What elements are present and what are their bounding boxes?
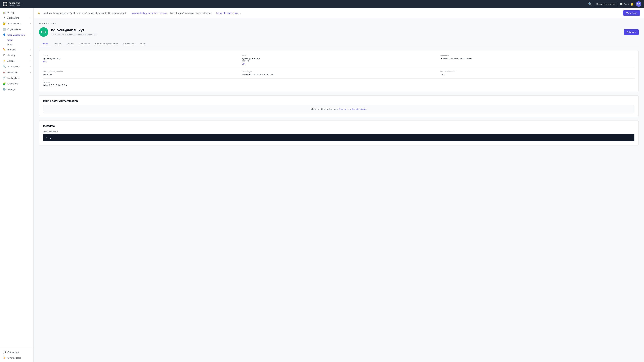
tab-raw-json[interactable]: Raw JSON bbox=[76, 41, 92, 47]
enrollment-invitation-link[interactable]: Send an enrollment invitation bbox=[339, 108, 367, 110]
sidebar-item-label: Monitoring bbox=[8, 71, 18, 73]
primary-idp-label: Primary Identity Provider bbox=[43, 70, 238, 72]
avatar[interactable]: BG bbox=[636, 1, 641, 7]
sidebar-item-organizations[interactable]: 🏢 Organizations bbox=[0, 26, 33, 32]
mfa-text: MFA is enabled for this user. bbox=[310, 108, 338, 110]
sidebar-item-auth-pipeline[interactable]: 🔧 Auth Pipeline › bbox=[0, 64, 33, 69]
metadata-code-block: 1 { bbox=[43, 134, 634, 141]
give-feedback-label: Give feedback bbox=[8, 357, 21, 359]
banner-features-link[interactable]: features that are not in the Free plan bbox=[132, 12, 167, 14]
bell-icon[interactable]: 🔔 bbox=[630, 2, 634, 6]
browser-value: Other 0.0.0 / Other 0.0.0 bbox=[43, 84, 238, 86]
user-header: BG bglover@tanzu.xyz user_id: auth0|635a… bbox=[39, 27, 639, 37]
tenant-info[interactable]: tanzu-xyz Development bbox=[10, 2, 20, 6]
chevron-right-icon: › bbox=[30, 17, 31, 19]
tab-devices[interactable]: Devices bbox=[51, 41, 64, 47]
sidebar-item-label: Auth Pipeline bbox=[8, 65, 20, 68]
docs-link[interactable]: 📖 Docs bbox=[620, 3, 628, 5]
sidebar-item-settings[interactable]: ⚙️ Settings bbox=[0, 86, 33, 92]
banner-text-middle: . Like what you're seeing? Please enter … bbox=[169, 12, 212, 14]
back-to-users-link[interactable]: ← Back to Users bbox=[39, 22, 639, 25]
sidebar-item-marketplace[interactable]: 🛒 Marketplace bbox=[0, 75, 33, 81]
sidebar-item-label: Applications bbox=[8, 16, 19, 19]
email-verified: (verified) bbox=[242, 60, 436, 62]
extensions-icon: 🧩 bbox=[3, 82, 6, 85]
info-grid-row2: Primary Identity Provider Database Lates… bbox=[43, 70, 634, 76]
sidebar-item-monitoring[interactable]: 📈 Monitoring › bbox=[0, 69, 33, 75]
sidebar-item-label: Marketplace bbox=[8, 77, 19, 79]
user-name: bglover@tanzu.xyz bbox=[51, 28, 621, 32]
user-management-icon: 👤 bbox=[3, 33, 6, 36]
sidebar-item-activity[interactable]: 📊 Activity bbox=[0, 9, 33, 15]
accounts-group: Accounts Associated None bbox=[440, 70, 634, 76]
signed-up-value: October 27th 2022, 10:11:20 PM bbox=[440, 57, 634, 60]
chevron-right-icon: › bbox=[30, 60, 31, 62]
monitoring-icon: 📈 bbox=[3, 71, 6, 74]
accounts-label: Accounts Associated bbox=[440, 70, 634, 72]
actions-button[interactable]: Actions ▾ bbox=[624, 29, 639, 35]
logo[interactable] bbox=[3, 2, 8, 6]
sidebar-item-extensions[interactable]: 🧩 Extensions bbox=[0, 81, 33, 86]
sidebar-sub-item-roles[interactable]: Roles bbox=[0, 42, 33, 47]
activity-icon: 📊 bbox=[3, 11, 6, 14]
sidebar-item-label: Activity bbox=[8, 11, 14, 13]
search-icon[interactable]: 🔍 bbox=[588, 2, 592, 6]
edit-name-link[interactable]: Edit bbox=[43, 60, 238, 63]
info-grid-row3: Browser Other 0.0.0 / Other 0.0.0 bbox=[43, 81, 634, 86]
user-avatar: BG bbox=[39, 27, 48, 37]
sidebar-item-label: Authentication bbox=[8, 22, 21, 25]
branding-icon: ✏️ bbox=[3, 48, 6, 51]
sidebar-item-user-management[interactable]: 👤 User Management ˅ bbox=[0, 32, 33, 38]
banner-billing-link[interactable]: billing information here bbox=[216, 12, 238, 14]
chevron-right-icon: › bbox=[30, 54, 31, 56]
tab-roles[interactable]: Roles bbox=[138, 41, 148, 47]
tab-history[interactable]: History bbox=[64, 41, 76, 47]
sidebar-item-get-support[interactable]: 💬 Get support bbox=[0, 349, 33, 355]
banner-text-before: Thank you for signing up for Auth0! You … bbox=[42, 12, 127, 14]
sidebar-item-security[interactable]: 🛡 Security › bbox=[0, 52, 33, 58]
discuss-needs-button[interactable]: Discuss your needs bbox=[594, 2, 618, 6]
browser-label: Browser bbox=[43, 81, 238, 83]
info-grid-row1: Name bglover@tanzu.xyz Edit Email bglove… bbox=[43, 54, 634, 65]
user-tabs: Details Devices History Raw JSON Authori… bbox=[39, 41, 639, 47]
latest-login-group: Latest Login November 3rd 2022, 9:12:12 … bbox=[242, 70, 436, 76]
details-card: Name bglover@tanzu.xyz Edit Email bglove… bbox=[39, 50, 639, 92]
chevron-right-icon: › bbox=[30, 49, 31, 51]
sidebar-item-branding[interactable]: ✏️ Branding › bbox=[0, 47, 33, 52]
divider2 bbox=[43, 78, 634, 79]
chevron-right-icon: › bbox=[30, 65, 31, 67]
sidebar-item-actions[interactable]: ⚡ Actions › bbox=[0, 58, 33, 64]
sidebar-item-applications[interactable]: 🖥 Applications › bbox=[0, 15, 33, 21]
latest-login-value: November 3rd 2022, 9:12:12 PM bbox=[242, 73, 436, 76]
metadata-title: Metadata bbox=[43, 124, 634, 128]
auth-pipeline-icon: 🔧 bbox=[3, 65, 6, 68]
feedback-icon: 📝 bbox=[3, 356, 6, 359]
primary-idp-group: Primary Identity Provider Database bbox=[43, 70, 238, 76]
view-plans-button[interactable]: View Plans bbox=[623, 10, 640, 15]
tab-authorized-applications[interactable]: Authorized Applications bbox=[92, 41, 120, 47]
tab-details[interactable]: Details bbox=[39, 41, 51, 47]
sidebar-item-label: Actions bbox=[8, 60, 14, 62]
authentication-icon: 🔐 bbox=[3, 22, 6, 25]
sidebar-item-label: User Management bbox=[8, 34, 25, 36]
mfa-title: Multi-Factor Authentication bbox=[43, 99, 634, 103]
tab-permissions[interactable]: Permissions bbox=[120, 41, 138, 47]
get-support-label: Get support bbox=[8, 351, 19, 354]
tenant-chevron-icon[interactable]: ▾ bbox=[23, 3, 24, 5]
email-group: Email bglover@tanzu.xyz (verified) Edit bbox=[242, 54, 436, 65]
organizations-icon: 🏢 bbox=[3, 28, 6, 31]
user-id-badge: user_id: auth0|635af3f80aa22f79763212f7 bbox=[51, 33, 97, 36]
sidebar-sub-item-users[interactable]: Users bbox=[0, 38, 33, 42]
sidebar-item-give-feedback[interactable]: 📝 Give feedback bbox=[0, 355, 33, 361]
signed-up-label: Signed Up bbox=[440, 54, 634, 56]
name-label: Name bbox=[43, 54, 238, 56]
edit-email-link[interactable]: Edit bbox=[242, 63, 436, 65]
chevron-right-icon: › bbox=[30, 22, 31, 24]
mfa-card: Multi-Factor Authentication MFA is enabl… bbox=[39, 95, 639, 117]
sidebar-item-authentication[interactable]: 🔐 Authentication › bbox=[0, 21, 33, 26]
email-value: bglover@tanzu.xyz bbox=[242, 57, 436, 60]
chevron-right-icon: › bbox=[30, 71, 31, 73]
sidebar: 📊 Activity 🖥 Applications › 🔐 Authentica… bbox=[0, 8, 34, 362]
warning-icon: 🏷 bbox=[38, 11, 40, 14]
page-content: ← Back to Users BG bglover@tanzu.xyz use… bbox=[34, 18, 644, 153]
